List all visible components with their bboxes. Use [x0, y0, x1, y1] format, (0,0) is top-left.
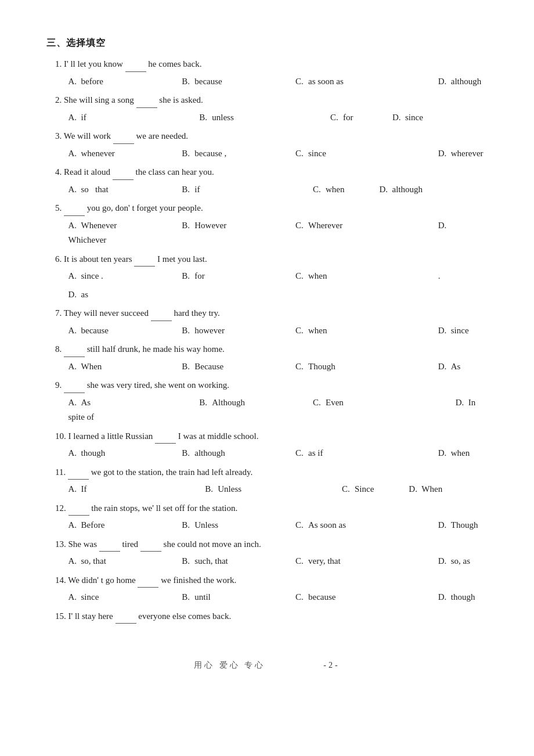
- options-11: A.If B.Unless C.Since D.When: [46, 482, 488, 497]
- opt-10c: C.as if: [295, 448, 436, 458]
- opt-10d: D.when: [438, 448, 470, 458]
- opt-12b: B.Unless: [182, 520, 293, 530]
- opt-11b: B.Unless: [205, 484, 340, 494]
- opt-3c: C.since: [295, 149, 436, 158]
- opt-7d: D.since: [438, 326, 469, 335]
- question-15: 15. I' ll stay here everyone else comes …: [46, 609, 488, 624]
- opt-9a: A.As: [68, 398, 197, 407]
- question-9: 9. she was very tired, she went on worki…: [46, 377, 488, 393]
- options-8: A.When B.Because C.Though D.As: [46, 359, 488, 375]
- options-10: A.though B.although C.as if D.when: [46, 446, 488, 461]
- question-1: 1. I' ll let you know he comes back.: [46, 56, 488, 72]
- opt-5a: A.Whenever: [68, 221, 180, 230]
- opt-14d: D.though: [438, 592, 475, 602]
- question-3: 3. We will work we are needed.: [46, 128, 488, 144]
- opt-9c: C.Even: [313, 398, 453, 407]
- opt-12d: D.Though: [438, 520, 478, 530]
- question-5: 5. you go, don' t forget your people.: [46, 200, 488, 216]
- opt-9b: B.Although: [199, 398, 311, 407]
- question-8: 8. still half drunk, he made his way hom…: [46, 341, 488, 357]
- opt-6c: C.when: [295, 271, 436, 280]
- section-title: 三、选择填空: [46, 35, 488, 51]
- opt-7b: B.however: [182, 326, 293, 335]
- opt-11a: A.If: [68, 484, 203, 494]
- opt-1b: B.because: [182, 77, 293, 86]
- opt-8c: C.Though: [295, 362, 436, 371]
- opt-10a: A.though: [68, 448, 180, 458]
- footer-slogan: 用心 爱心 专心: [194, 658, 265, 672]
- opt-11d: D.When: [409, 484, 442, 494]
- opt-2b: B.unless: [199, 113, 328, 122]
- options-5: A.Whenever B.However C.Wherever D.Whiche…: [46, 218, 488, 248]
- opt-6b: B.for: [182, 271, 293, 280]
- opt-12c: C.As soon as: [295, 520, 436, 530]
- question-7: 7. They will never succeed hard they try…: [46, 305, 488, 321]
- opt-3d: D.wherever: [438, 149, 484, 158]
- question-6: 6. It is about ten years I met you last.: [46, 251, 488, 267]
- opt-4c: C.when: [313, 185, 345, 194]
- question-14: 14. We didn' t go home we finished the w…: [46, 573, 488, 588]
- options-14: A.since B.until C.because D.though: [46, 590, 488, 605]
- question-13: 13. She was tired she could not move an …: [46, 537, 488, 552]
- opt-12a: A.Before: [68, 520, 180, 530]
- opt-4b: B.if: [182, 185, 311, 194]
- opt-11c: C.Since: [342, 484, 374, 494]
- question-4: 4. Read it aloud the class can hear you.: [46, 164, 488, 180]
- opt-5c: C.Wherever: [295, 221, 436, 230]
- footer: 用心 爱心 专心 -2-: [46, 658, 488, 672]
- question-12: 12. the rain stops, we' ll set off for t…: [46, 501, 488, 516]
- options-1: A.before B.because C.as soon as D.althou…: [46, 74, 488, 89]
- opt-4d: D.although: [380, 185, 423, 194]
- options-2: A.if B.unless C.for D.since: [46, 110, 488, 125]
- options-4: A.so that B.if C.when D.although: [46, 182, 488, 197]
- opt-2c: C.for: [330, 113, 353, 122]
- opt-2a: A.if: [68, 113, 197, 122]
- footer-page: -2-: [323, 658, 340, 672]
- opt-7c: C.when: [295, 326, 436, 335]
- opt-14a: A.since: [68, 592, 180, 602]
- opt-1c: C.as soon as: [295, 77, 436, 86]
- opt-8d: D.As: [438, 362, 461, 371]
- opt-13b: B.such, that: [182, 556, 293, 566]
- options-7: A.because B.however C.when D.since: [46, 323, 488, 339]
- question-11: 11. we got to the station, the train had…: [46, 465, 488, 480]
- opt-6d: .: [438, 271, 441, 280]
- opt-1a: A.before: [68, 77, 180, 86]
- options-3: A.whenever B.because , C.since D.whereve…: [46, 146, 488, 161]
- opt-3b: B.because ,: [182, 149, 293, 158]
- opt-1d: D.although: [438, 77, 482, 86]
- options-6-d: D.as: [46, 287, 488, 303]
- options-12: A.Before B.Unless C.As soon as D.Though: [46, 518, 488, 533]
- options-13: A.so, that B.such, that C.very, that D.s…: [46, 554, 488, 569]
- opt-5b: B.However: [182, 221, 293, 230]
- opt-6a: A.since .: [68, 271, 180, 280]
- opt-8b: B.Because: [182, 362, 293, 371]
- opt-13a: A.so, that: [68, 556, 180, 566]
- opt-14c: C.because: [295, 592, 436, 602]
- options-9: A.As B.Although C.Even D.In spite of: [46, 395, 488, 425]
- opt-10b: B.although: [182, 448, 293, 458]
- options-6: A.since . B.for C.when .: [46, 269, 488, 284]
- question-2: 2. She will sing a song she is asked.: [46, 92, 488, 108]
- opt-4a: A.so that: [68, 185, 180, 194]
- opt-13c: C.very, that: [295, 556, 436, 566]
- opt-14b: B.until: [182, 592, 293, 602]
- opt-3a: A.whenever: [68, 149, 180, 158]
- opt-2d: D.since: [392, 113, 423, 122]
- opt-13d: D.so, as: [438, 556, 470, 566]
- question-10: 10. I learned a little Russian I was at …: [46, 429, 488, 444]
- opt-8a: A.When: [68, 362, 180, 371]
- opt-7a: A.because: [68, 326, 180, 335]
- opt-6d-text: D.as: [68, 290, 89, 299]
